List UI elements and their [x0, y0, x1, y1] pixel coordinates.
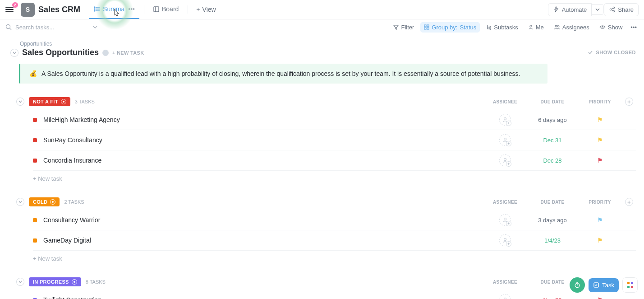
assignee-add-button[interactable]: + — [499, 214, 511, 226]
automate-dropdown[interactable] — [592, 4, 604, 15]
due-date-cell[interactable]: 6 days ago — [528, 117, 577, 123]
priority-cell[interactable]: ⚑ — [577, 136, 622, 144]
task-row[interactable]: Consultancy Warrior + 3 days ago ⚑ — [33, 210, 636, 230]
status-pill[interactable]: COLD — [29, 197, 60, 206]
svg-point-13 — [6, 25, 10, 29]
view-tab-summary[interactable]: Summa ••• — [89, 0, 139, 19]
assignee-add-button[interactable]: + — [499, 114, 511, 126]
more-options-button[interactable]: ••• — [629, 22, 639, 33]
assignee-add-button[interactable]: + — [499, 154, 511, 166]
group-by-button[interactable]: Group by: Status — [420, 22, 480, 33]
task-name[interactable]: MileHigh Marketing Agency — [43, 116, 120, 123]
task-row[interactable]: Twilight Construction + Nov 30 ⚑ — [33, 290, 636, 299]
status-group: COLD 2 TASKS ASSIGNEE DUE DATE PRIORITY … — [8, 197, 636, 262]
list-description[interactable]: 💰 A Sales Opportunity is a qualified lea… — [19, 64, 547, 84]
column-header-due-date[interactable]: DUE DATE — [528, 99, 577, 104]
search-input[interactable] — [15, 24, 87, 31]
column-header-priority[interactable]: PRIORITY — [577, 99, 622, 104]
collapse-group-button[interactable] — [16, 198, 24, 206]
priority-cell[interactable]: ⚑ — [577, 237, 622, 244]
assignees-button[interactable]: Assignees — [550, 22, 593, 33]
breadcrumb[interactable]: Opportunities — [20, 41, 636, 47]
list-title[interactable]: Sales Opportunities — [22, 48, 99, 57]
task-name[interactable]: SunRay Consultancy — [43, 136, 102, 144]
due-date-cell[interactable]: Nov 30 — [528, 297, 577, 299]
task-status-dot[interactable] — [33, 159, 37, 163]
chevron-down-icon — [18, 280, 22, 284]
task-name[interactable]: GameDay Digital — [43, 237, 91, 244]
new-task-row-button[interactable]: + New task — [8, 171, 636, 182]
collapse-group-button[interactable] — [16, 98, 24, 106]
task-name[interactable]: Concordia Insurance — [43, 157, 101, 164]
task-status-dot[interactable] — [33, 238, 37, 243]
view-tab-board[interactable]: Board — [149, 0, 183, 19]
show-button[interactable]: Show — [596, 22, 626, 33]
task-status-dot[interactable] — [33, 138, 37, 142]
new-task-button-header[interactable]: + NEW TASK — [112, 50, 144, 56]
filter-button[interactable]: Filter — [390, 22, 418, 33]
due-date-cell[interactable]: Dec 31 — [528, 137, 577, 144]
due-date-cell[interactable]: 1/4/23 — [528, 237, 577, 244]
workspace-avatar[interactable]: S — [21, 3, 35, 17]
svg-point-29 — [504, 238, 506, 241]
filter-label: Filter — [401, 24, 414, 31]
share-button[interactable]: Share — [604, 3, 639, 16]
group-by-prefix: Group by: — [432, 24, 457, 31]
svg-point-24 — [602, 26, 603, 28]
view-tab-options-icon[interactable]: ••• — [128, 5, 135, 13]
due-date-cell[interactable]: Dec 28 — [528, 157, 577, 164]
search-options-dropdown[interactable] — [93, 25, 97, 29]
status-group: NOT A FIT 3 TASKS ASSIGNEE DUE DATE PRIO… — [8, 97, 636, 182]
priority-cell[interactable]: ⚑ — [577, 216, 622, 224]
due-date-cell[interactable]: 3 days ago — [528, 217, 577, 224]
plus-icon: + — [506, 161, 511, 167]
collapse-group-button[interactable] — [16, 278, 24, 286]
add-view-button[interactable]: + View — [193, 6, 219, 13]
subtasks-button[interactable]: Subtasks — [483, 22, 521, 33]
new-task-row-button[interactable]: + New task — [8, 251, 636, 262]
column-header-assignee[interactable]: ASSIGNEE — [483, 200, 528, 205]
assignee-add-button[interactable]: + — [499, 134, 511, 146]
assignee-add-button[interactable]: + — [499, 234, 511, 246]
column-header-assignee[interactable]: ASSIGNEE — [483, 99, 528, 104]
status-group: IN PROGRESS 8 TASKS ASSIGNEE DUE DATE PR… — [8, 277, 636, 299]
check-icon — [588, 50, 593, 55]
task-name[interactable]: Consultancy Warrior — [43, 216, 100, 224]
timer-button[interactable] — [570, 277, 585, 293]
plus-icon: + — [506, 221, 511, 226]
task-name[interactable]: Twilight Construction — [43, 296, 101, 299]
show-closed-button[interactable]: SHOW CLOSED — [588, 50, 636, 55]
priority-flag-icon: ⚑ — [597, 157, 603, 164]
add-column-button[interactable]: + — [625, 198, 633, 206]
apps-button[interactable] — [622, 277, 638, 293]
subtasks-label: Subtasks — [494, 24, 518, 31]
plus-icon: + — [506, 121, 511, 126]
list-info-icon[interactable] — [102, 50, 109, 56]
automate-button[interactable]: Automate — [548, 3, 592, 16]
workspace-title[interactable]: Sales CRM — [38, 5, 80, 14]
task-status-dot[interactable] — [33, 118, 37, 122]
collapse-list-button[interactable] — [10, 49, 18, 57]
priority-cell[interactable]: ⚑ — [577, 296, 622, 299]
task-row[interactable]: GameDay Digital + 1/4/23 ⚑ — [33, 230, 636, 251]
task-status-dot[interactable] — [33, 218, 37, 222]
svg-rect-17 — [424, 28, 426, 29]
task-row[interactable]: SunRay Consultancy + Dec 31 ⚑ — [33, 130, 636, 150]
task-row[interactable]: MileHigh Marketing Agency + 6 days ago ⚑ — [33, 110, 636, 130]
status-pill[interactable]: NOT A FIT — [29, 97, 70, 106]
assignee-add-button[interactable]: + — [499, 294, 511, 299]
priority-flag-icon: ⚑ — [597, 116, 603, 123]
svg-point-0 — [94, 7, 95, 8]
add-column-button[interactable]: + — [625, 98, 633, 106]
priority-cell[interactable]: ⚑ — [577, 157, 622, 164]
new-task-floating-button[interactable]: Task — [589, 278, 619, 292]
column-header-assignee[interactable]: ASSIGNEE — [483, 280, 528, 285]
task-row[interactable]: Concordia Insurance + Dec 28 ⚑ — [33, 150, 636, 171]
column-header-due-date[interactable]: DUE DATE — [528, 200, 577, 205]
me-button[interactable]: Me — [524, 22, 547, 33]
status-pill[interactable]: IN PROGRESS — [29, 277, 81, 286]
column-header-priority[interactable]: PRIORITY — [577, 200, 622, 205]
priority-cell[interactable]: ⚑ — [577, 116, 622, 123]
main-menu-button[interactable]: 2 — [5, 5, 14, 14]
people-icon — [554, 24, 560, 30]
